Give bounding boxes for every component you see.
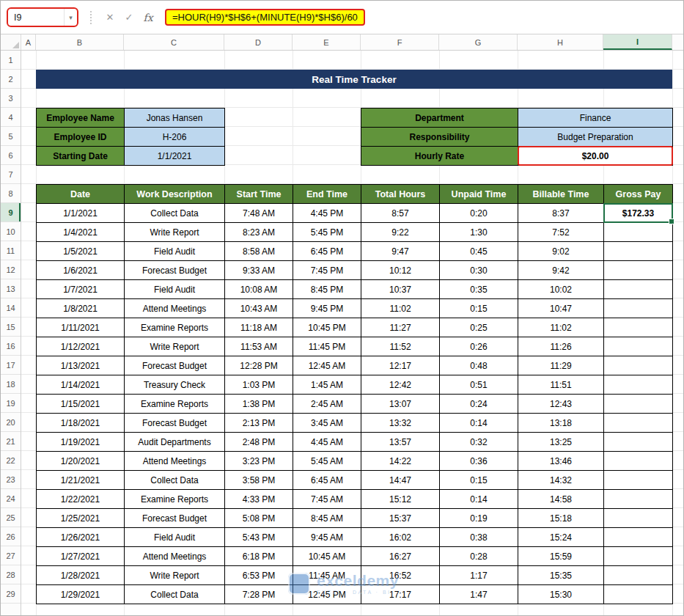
- table-cell[interactable]: 1/19/2021: [37, 433, 125, 452]
- table-cell[interactable]: 9:47: [361, 242, 440, 261]
- row-header-1[interactable]: 1: [1, 51, 21, 70]
- table-cell[interactable]: 15:12: [361, 490, 440, 509]
- employee-name-value[interactable]: Jonas Hansen: [125, 109, 225, 128]
- table-cell[interactable]: 1/12/2021: [37, 337, 125, 356]
- table-cell[interactable]: [604, 318, 673, 337]
- table-cell[interactable]: Examine Reports: [125, 318, 225, 337]
- table-cell[interactable]: [604, 299, 673, 318]
- table-cell[interactable]: 1/5/2021: [37, 242, 125, 261]
- table-cell[interactable]: 7:45 PM: [293, 261, 361, 280]
- col-header-D[interactable]: D: [224, 34, 293, 50]
- table-cell[interactable]: 15:18: [518, 509, 604, 528]
- table-cell[interactable]: [604, 528, 673, 547]
- table-cell[interactable]: 4:45 PM: [293, 204, 361, 223]
- table-cell[interactable]: Write Report: [125, 566, 225, 585]
- table-cell[interactable]: 7:52: [518, 223, 604, 242]
- table-cell[interactable]: 12:45 PM: [293, 585, 361, 604]
- name-box[interactable]: I9 ▾: [7, 7, 78, 27]
- row-header-6[interactable]: 6: [1, 146, 21, 165]
- table-cell[interactable]: 15:30: [518, 585, 604, 604]
- table-cell[interactable]: 8:23 AM: [225, 223, 293, 242]
- table-cell[interactable]: 13:25: [518, 433, 604, 452]
- table-cell[interactable]: 0:19: [440, 509, 518, 528]
- row-header-29[interactable]: 29: [1, 584, 21, 604]
- starting-date-label[interactable]: Starting Date: [37, 147, 125, 166]
- table-cell[interactable]: 1/20/2021: [37, 452, 125, 471]
- table-cell[interactable]: Field Audit: [125, 280, 225, 299]
- col-header-B[interactable]: B: [36, 34, 124, 50]
- col-header-date[interactable]: Date: [37, 185, 125, 204]
- table-cell[interactable]: Attend Meetings: [125, 547, 225, 566]
- table-cell[interactable]: 15:35: [518, 566, 604, 585]
- table-cell[interactable]: Forecast Budget: [125, 356, 225, 375]
- table-cell[interactable]: [604, 585, 673, 604]
- table-cell[interactable]: 5:45 PM: [293, 223, 361, 242]
- table-cell[interactable]: 13:07: [361, 395, 440, 414]
- row-header-4[interactable]: 4: [1, 108, 21, 127]
- col-header-C[interactable]: C: [124, 34, 224, 50]
- table-cell[interactable]: 1/14/2021: [37, 375, 125, 395]
- table-cell[interactable]: 1/6/2021: [37, 261, 125, 280]
- table-cell[interactable]: 9:33 AM: [225, 261, 293, 280]
- responsibility-label[interactable]: Responsibility: [361, 128, 518, 147]
- table-cell[interactable]: Collect Data: [125, 471, 225, 490]
- table-cell[interactable]: Attend Meetings: [125, 299, 225, 318]
- table-cell[interactable]: [604, 490, 673, 509]
- employee-id-label[interactable]: Employee ID: [37, 128, 125, 147]
- table-cell[interactable]: 11:26: [518, 337, 604, 356]
- row-header-5[interactable]: 5: [1, 127, 21, 146]
- table-cell[interactable]: 6:45 PM: [293, 242, 361, 261]
- table-cell[interactable]: 1/18/2021: [37, 414, 125, 433]
- table-cell[interactable]: 5:45 AM: [293, 452, 361, 471]
- table-cell[interactable]: 11:45 PM: [293, 337, 361, 356]
- table-cell[interactable]: 12:45 AM: [293, 356, 361, 375]
- table-cell[interactable]: 9:45 PM: [293, 299, 361, 318]
- table-cell[interactable]: 11:02: [518, 318, 604, 337]
- table-cell[interactable]: 1/27/2021: [37, 547, 125, 566]
- table-cell[interactable]: 7:28 PM: [225, 585, 293, 604]
- table-cell[interactable]: 1/7/2021: [37, 280, 125, 299]
- table-cell[interactable]: [604, 375, 673, 395]
- table-cell[interactable]: 17:17: [361, 585, 440, 604]
- table-cell[interactable]: [604, 337, 673, 356]
- table-cell[interactable]: 1/8/2021: [37, 299, 125, 318]
- hourly-rate-value[interactable]: $20.00: [518, 147, 673, 166]
- table-cell[interactable]: 8:37: [518, 204, 604, 223]
- table-cell[interactable]: [604, 547, 673, 566]
- table-cell[interactable]: Collect Data: [125, 204, 225, 223]
- table-cell[interactable]: 0:20: [440, 204, 518, 223]
- table-cell[interactable]: 11:18 AM: [225, 318, 293, 337]
- table-cell[interactable]: 14:22: [361, 452, 440, 471]
- table-cell[interactable]: 16:02: [361, 528, 440, 547]
- table-cell[interactable]: 12:28 PM: [225, 356, 293, 375]
- col-header-gross-pay[interactable]: Gross Pay: [604, 185, 673, 204]
- table-cell[interactable]: 9:02: [518, 242, 604, 261]
- table-cell[interactable]: 10:02: [518, 280, 604, 299]
- row-header-8[interactable]: 8: [1, 184, 21, 203]
- table-cell[interactable]: [604, 509, 673, 528]
- table-cell[interactable]: Treasury Check: [125, 375, 225, 395]
- table-cell[interactable]: [604, 242, 673, 261]
- col-header-A[interactable]: A: [21, 34, 36, 50]
- table-cell[interactable]: 0:38: [440, 528, 518, 547]
- table-cell[interactable]: 1:03 PM: [225, 375, 293, 395]
- cancel-icon[interactable]: ✕: [100, 12, 119, 23]
- table-cell[interactable]: 12:17: [361, 356, 440, 375]
- table-cell[interactable]: 9:45 AM: [293, 528, 361, 547]
- row-header-16[interactable]: 16: [1, 337, 21, 356]
- row-header-13[interactable]: 13: [1, 279, 21, 298]
- table-cell[interactable]: Examine Reports: [125, 490, 225, 509]
- table-cell[interactable]: 1/4/2021: [37, 223, 125, 242]
- table-cell[interactable]: [604, 356, 673, 375]
- table-cell[interactable]: 1/22/2021: [37, 490, 125, 509]
- table-cell[interactable]: 14:32: [518, 471, 604, 490]
- table-cell[interactable]: 7:48 AM: [225, 204, 293, 223]
- formula-input[interactable]: =HOUR(H9)*$H$6+(MINUTE(H9)*$H$6)/60: [165, 1, 683, 34]
- table-cell[interactable]: 1:45 AM: [293, 375, 361, 395]
- row-header-3[interactable]: 3: [1, 89, 21, 108]
- col-header-billable-time[interactable]: Billable Time: [518, 185, 604, 204]
- starting-date-value[interactable]: 1/1/2021: [125, 147, 225, 166]
- table-cell[interactable]: 2:48 PM: [225, 433, 293, 452]
- table-cell[interactable]: [604, 414, 673, 433]
- employee-id-value[interactable]: H-206: [125, 128, 225, 147]
